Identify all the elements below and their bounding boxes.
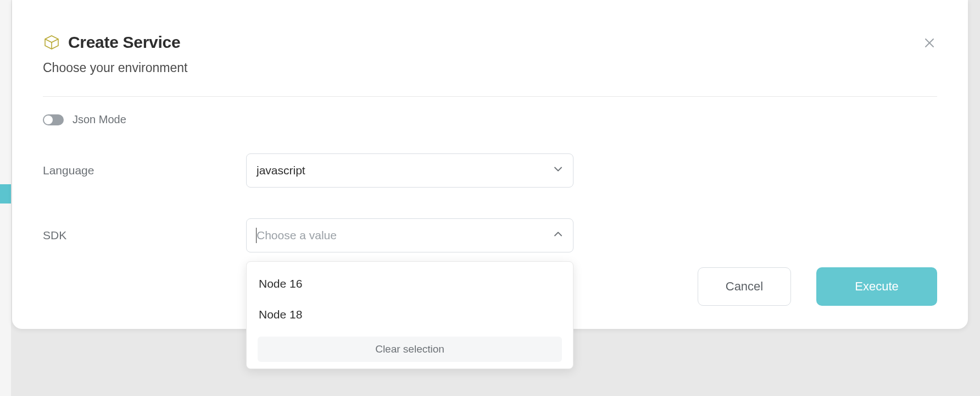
language-select[interactable]: javascript	[246, 153, 573, 188]
modal-subtitle: Choose your environment	[43, 61, 937, 75]
sdk-label: SDK	[43, 229, 246, 242]
language-label: Language	[43, 164, 246, 177]
sdk-option-node-18[interactable]: Node 18	[247, 299, 573, 330]
cancel-button[interactable]: Cancel	[698, 267, 791, 306]
sdk-dropdown: Node 16 Node 18 Clear selection	[246, 261, 573, 369]
chevron-up-icon	[553, 229, 564, 243]
create-service-modal: Create Service Choose your environment J…	[12, 0, 968, 329]
title-row: Create Service	[43, 33, 180, 52]
sdk-row: SDK Choose a value Node 16 Node 18 Clear…	[43, 218, 937, 252]
language-value: javascript	[257, 164, 305, 177]
close-icon	[923, 36, 936, 52]
modal-title: Create Service	[68, 33, 180, 52]
language-select-wrap: javascript	[246, 153, 573, 188]
sdk-select[interactable]: Choose a value	[246, 218, 573, 252]
modal-header: Create Service	[43, 33, 937, 52]
sdk-placeholder: Choose a value	[257, 229, 337, 242]
clear-selection-button[interactable]: Clear selection	[258, 337, 562, 362]
text-cursor	[256, 228, 257, 243]
cube-icon	[43, 34, 60, 51]
json-mode-toggle[interactable]	[43, 114, 64, 125]
language-row: Language javascript	[43, 153, 937, 188]
json-mode-row: Json Mode	[43, 113, 937, 126]
divider	[43, 96, 937, 97]
execute-button[interactable]: Execute	[816, 267, 937, 306]
modal-footer: Cancel Execute	[698, 267, 937, 306]
sdk-option-node-16[interactable]: Node 16	[247, 268, 573, 299]
sdk-select-wrap: Choose a value Node 16 Node 18 Clear sel…	[246, 218, 573, 252]
chevron-down-icon	[553, 164, 564, 178]
json-mode-label: Json Mode	[73, 113, 126, 126]
close-button[interactable]	[922, 36, 937, 52]
background-highlight	[0, 184, 11, 204]
